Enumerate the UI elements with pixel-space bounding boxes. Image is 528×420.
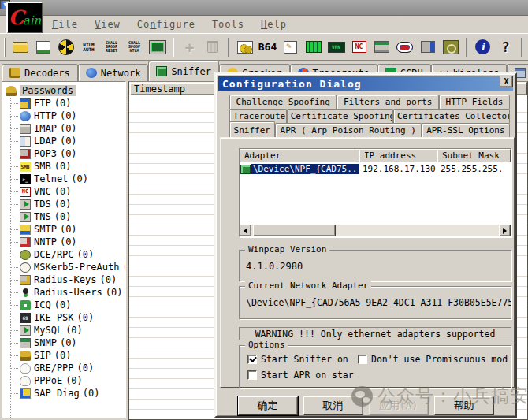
- tree-item-smb[interactable]: SMBSMB(0): [2, 160, 125, 173]
- configure-button[interactable]: [234, 36, 255, 58]
- help-button[interactable]: 帮助: [434, 396, 494, 415]
- save-list-button[interactable]: [32, 36, 54, 58]
- menu-tools[interactable]: Tools: [212, 19, 244, 30]
- delete-button[interactable]: [202, 36, 223, 58]
- left-arrow-icon: [244, 228, 247, 234]
- open-file-button[interactable]: [9, 36, 31, 58]
- scroll-thumb[interactable]: [253, 225, 336, 236]
- column-ip-address[interactable]: IP address: [359, 149, 437, 162]
- dtab-http-fields[interactable]: HTTP Fields: [439, 95, 510, 109]
- tree-item-mskerb5[interactable]: MSKerb5-PreAuth(0): [2, 261, 125, 273]
- tree-item-vnc[interactable]: NCVNC(0): [2, 185, 125, 198]
- dialog-titlebar[interactable]: Configuration Dialog: [218, 76, 513, 91]
- ntlm-auth-button[interactable]: NTLM AUTH: [78, 36, 99, 58]
- toolbar-grip[interactable]: [4, 38, 6, 57]
- dialog-close-button[interactable]: X: [500, 76, 513, 87]
- toolbar: NTLM AUTH CHALL SPOOF RESET CHALL SPOOF …: [0, 33, 528, 61]
- tab-network[interactable]: Network: [78, 64, 149, 81]
- vnc-icon: NC: [20, 187, 31, 197]
- ike-psk-icon: 69: [20, 313, 31, 323]
- tree-item-smtp[interactable]: SMTP(0): [2, 223, 125, 236]
- radius-keys-icon: [20, 275, 31, 285]
- cancel-button[interactable]: 取消: [303, 396, 363, 415]
- info-button[interactable]: i: [472, 36, 493, 58]
- menu-help[interactable]: Help: [261, 19, 287, 30]
- menu-view[interactable]: View: [95, 19, 121, 30]
- sniffer-icon: [156, 66, 167, 76]
- network-audio-button[interactable]: [417, 36, 438, 58]
- tree-item-icq[interactable]: ICQ(0): [2, 299, 125, 311]
- help-button[interactable]: ?: [495, 36, 516, 58]
- sap-diag-icon: [20, 388, 31, 399]
- tree-item-ldap[interactable]: LDAP(0): [2, 135, 125, 147]
- tree-item-pppoe[interactable]: PPPoE(0): [2, 374, 125, 387]
- tree-item-sap-diag[interactable]: SAP Diag(0): [2, 387, 125, 400]
- dtab-sniffer[interactable]: Sniffer: [229, 121, 275, 137]
- tree-item-tns[interactable]: TNS(0): [2, 210, 125, 223]
- add-to-list-button[interactable]: [179, 36, 200, 58]
- cain-logo: C ain: [6, 2, 43, 34]
- tab-sniffer[interactable]: Sniffer: [148, 61, 219, 81]
- tree-item-radius-keys[interactable]: Radius-Keys(0): [2, 273, 125, 286]
- tree-item-ike-psk[interactable]: 69IKE-PSK(0): [2, 311, 125, 324]
- mac-scanner-button[interactable]: [303, 36, 324, 58]
- checkbox-start-sniffer[interactable]: Start Sniffer on st: [247, 354, 355, 365]
- mac-scanner-icon: [306, 41, 322, 53]
- telnet-icon: >_: [20, 174, 31, 184]
- ok-button[interactable]: 确定: [238, 396, 298, 415]
- column-adapter[interactable]: Adapter: [240, 149, 359, 162]
- app-window: ▼ C ain File View Configure Tools Help N…: [0, 0, 528, 420]
- trash-icon: [207, 41, 218, 53]
- dtab-certificates-collector[interactable]: Certificates Collector: [393, 109, 510, 123]
- menu-configure[interactable]: Configure: [137, 19, 195, 30]
- checkbox-promiscuous-mode[interactable]: Don't use Promiscuous mode: [358, 354, 508, 365]
- tree-item-ftp[interactable]: FTP(0): [2, 97, 125, 110]
- dtab-apr[interactable]: APR ( Arp Poison Routing ): [275, 123, 422, 137]
- radioactive-button[interactable]: [55, 36, 76, 58]
- column-subnet-mask[interactable]: Subnet Mask: [437, 149, 511, 162]
- ftp-icon: [20, 98, 31, 109]
- tree-item-tds[interactable]: TDS(0): [2, 198, 125, 210]
- tree-item-gre-ppp[interactable]: GRE/PPP(0): [2, 362, 125, 374]
- tree-item-dce-rpc[interactable]: DCE/RPC(0): [2, 248, 125, 261]
- nc-button[interactable]: NC: [348, 36, 370, 58]
- key-button[interactable]: [440, 36, 461, 58]
- adapter-row[interactable]: \Device\NPF_{CAD75... 192.168.17.130 255…: [240, 162, 511, 176]
- decoders-icon: [9, 68, 20, 78]
- dtab-apr-ssl-options[interactable]: APR-SSL Options: [422, 123, 510, 137]
- dtab-certificate-spoofing[interactable]: Certificate Spoofing: [287, 109, 393, 123]
- vpn-button[interactable]: VPN: [325, 36, 347, 58]
- base64-monitor-button[interactable]: [147, 36, 168, 58]
- base64-button[interactable]: B64: [257, 36, 278, 58]
- tree-item-mysql[interactable]: MySQL(0): [2, 324, 125, 336]
- calculator-button[interactable]: [371, 36, 392, 58]
- tree-item-sip[interactable]: SIP(0): [2, 349, 125, 362]
- scroll-track[interactable]: [336, 225, 499, 236]
- tree-item-http[interactable]: HTTP(0): [2, 110, 125, 122]
- cain-logo-c: C: [9, 6, 24, 29]
- checkbox-start-apr[interactable]: Start APR on star: [247, 370, 366, 381]
- tree-item-imap[interactable]: IMAP(0): [2, 122, 125, 135]
- checkbox-promiscuous-label: Don't use Promiscuous mode: [371, 354, 508, 365]
- tree-item-nntp[interactable]: NNTP(0): [2, 236, 125, 248]
- tree-item-radius-users[interactable]: Radius-Users(0): [2, 286, 125, 299]
- scroll-left-button[interactable]: [240, 225, 251, 236]
- tree-item-passwords[interactable]: Passwords: [2, 84, 125, 97]
- chall-spoof-ntlm-button[interactable]: CHALL SPOOF NTLM: [124, 36, 145, 58]
- note-button[interactable]: [280, 36, 301, 58]
- apply-button[interactable]: 应用(A): [369, 396, 429, 415]
- tab-decoders[interactable]: Decoders: [2, 64, 78, 81]
- cisco-config-button[interactable]: [394, 36, 415, 58]
- tree-item-telnet[interactable]: >_Telnet(0): [2, 173, 125, 185]
- pencil-note-icon: [284, 41, 297, 54]
- http-icon: [20, 111, 31, 121]
- tree-item-snmp[interactable]: SNMP(0): [2, 336, 125, 349]
- dtab-challenge-spoofing[interactable]: Challenge Spoofing: [229, 95, 337, 109]
- imap-icon: [20, 124, 31, 134]
- sniffer-tab-panel: Adapter IP address Subnet Mask \Device\N…: [220, 137, 515, 388]
- scroll-right-button[interactable]: [499, 225, 511, 236]
- tree-item-pop3[interactable]: POP3(0): [2, 147, 125, 160]
- menu-file[interactable]: File: [52, 19, 78, 30]
- dtab-filters-and-ports[interactable]: Filters and ports: [337, 95, 439, 109]
- chall-spoof-reset-button[interactable]: CHALL SPOOF RESET: [101, 36, 122, 58]
